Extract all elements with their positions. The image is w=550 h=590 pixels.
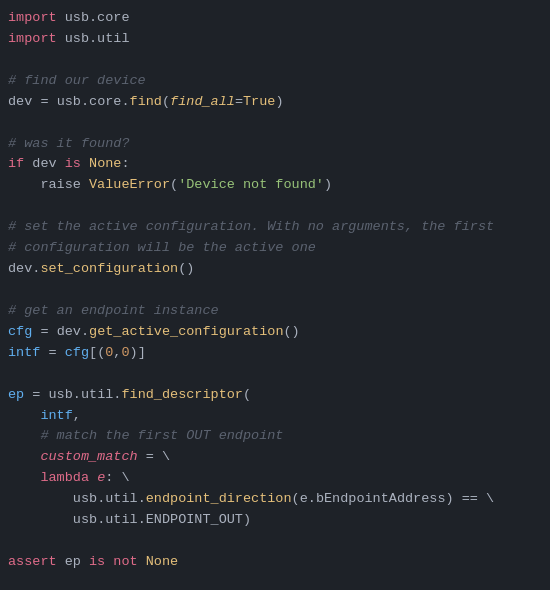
code-token: ( xyxy=(243,385,251,406)
code-token: . xyxy=(97,510,105,531)
code-line: ep = usb.util.find_descriptor( xyxy=(8,385,550,406)
code-line: # configuration will be the active one xyxy=(8,238,550,259)
code-line xyxy=(8,196,550,217)
code-token xyxy=(8,447,40,468)
code-line: import usb.core xyxy=(8,8,550,29)
code-line xyxy=(8,364,550,385)
code-token: ep xyxy=(8,385,24,406)
code-token: ValueError xyxy=(89,175,170,196)
code-token: cfg xyxy=(65,343,89,364)
code-token: . xyxy=(73,385,81,406)
code-line: intf, xyxy=(8,406,550,427)
code-token: ) xyxy=(275,92,283,113)
code-token: usb.util xyxy=(57,29,130,50)
code-token: util xyxy=(105,489,137,510)
code-token: . xyxy=(113,385,121,406)
code-token: lambda xyxy=(40,468,89,489)
code-token: usb.core xyxy=(57,8,130,29)
code-token: usb xyxy=(49,385,73,406)
code-token: core xyxy=(89,92,121,113)
code-token: = xyxy=(32,92,56,113)
code-token: 'Device not found' xyxy=(178,175,324,196)
code-token: intf xyxy=(8,343,40,364)
code-token: # was it found? xyxy=(8,134,130,155)
code-line: # set the active configuration. With no … xyxy=(8,217,550,238)
code-token: . xyxy=(97,489,105,510)
code-token: # get an endpoint instance xyxy=(8,301,219,322)
code-line xyxy=(8,573,550,590)
code-token: # set the active configuration. With no … xyxy=(8,217,494,238)
code-line xyxy=(8,531,550,552)
code-line: cfg = dev.get_active_configuration() xyxy=(8,322,550,343)
code-token: ( xyxy=(162,92,170,113)
code-token: ENDPOINT_OUT xyxy=(146,510,243,531)
code-token: # find our device xyxy=(8,71,146,92)
code-token: , xyxy=(73,406,81,427)
code-line: # was it found? xyxy=(8,134,550,155)
code-token: dev xyxy=(24,154,65,175)
code-line: intf = cfg[(0,0)] xyxy=(8,343,550,364)
code-token: endpoint_direction xyxy=(146,489,292,510)
code-line: custom_match = \ xyxy=(8,447,550,468)
code-token: usb xyxy=(8,489,97,510)
code-token: ) xyxy=(243,510,251,531)
code-token: set_configuration xyxy=(40,259,178,280)
code-token: util xyxy=(81,385,113,406)
code-token: dev xyxy=(57,322,81,343)
code-line xyxy=(8,50,550,71)
code-token: = xyxy=(235,92,243,113)
code-token: assert xyxy=(8,552,57,573)
code-token xyxy=(8,468,40,489)
code-token: is not xyxy=(89,552,138,573)
code-token: = xyxy=(24,385,48,406)
code-token: . xyxy=(121,92,129,113)
code-token: : xyxy=(121,154,129,175)
code-line: lambda e: \ xyxy=(8,468,550,489)
code-line: # match the first OUT endpoint xyxy=(8,426,550,447)
code-token: usb xyxy=(57,92,81,113)
code-token xyxy=(89,468,97,489)
code-token: cfg xyxy=(8,322,32,343)
code-token: . xyxy=(81,92,89,113)
code-line xyxy=(8,280,550,301)
code-token: = xyxy=(32,322,56,343)
code-token: # configuration will be the active one xyxy=(8,238,316,259)
code-token: None xyxy=(89,154,121,175)
code-token: . xyxy=(32,259,40,280)
code-token: is xyxy=(65,154,81,175)
code-token: import xyxy=(8,29,57,50)
code-line xyxy=(8,113,550,134)
code-line: dev.set_configuration() xyxy=(8,259,550,280)
code-token: . xyxy=(138,510,146,531)
code-token: = \ xyxy=(138,447,170,468)
code-token: find_descriptor xyxy=(121,385,243,406)
code-token: util xyxy=(105,510,137,531)
code-token: = xyxy=(40,343,64,364)
code-line: if dev is None: xyxy=(8,154,550,175)
code-token: raise xyxy=(8,175,89,196)
code-token: find xyxy=(130,92,162,113)
code-token xyxy=(81,154,89,175)
code-token: e xyxy=(97,468,105,489)
code-line: raise ValueError('Device not found') xyxy=(8,175,550,196)
code-token: intf xyxy=(8,406,73,427)
code-token: 0 xyxy=(121,343,129,364)
code-token: : \ xyxy=(105,468,129,489)
code-token: )] xyxy=(130,343,146,364)
code-token: . xyxy=(138,489,146,510)
code-token: ep xyxy=(57,552,89,573)
code-token: dev xyxy=(8,259,32,280)
code-token: (e.bEndpointAddress) == \ xyxy=(292,489,495,510)
code-token: usb xyxy=(8,510,97,531)
code-token: True xyxy=(243,92,275,113)
code-token: () xyxy=(283,322,299,343)
code-token: , xyxy=(113,343,121,364)
code-token: import xyxy=(8,8,57,29)
code-token: ) xyxy=(324,175,332,196)
code-token: . xyxy=(81,322,89,343)
code-line: usb.util.ENDPOINT_OUT) xyxy=(8,510,550,531)
code-token: get_active_configuration xyxy=(89,322,283,343)
code-token: custom_match xyxy=(40,447,137,468)
code-line: assert ep is not None xyxy=(8,552,550,573)
code-line: # find our device xyxy=(8,71,550,92)
